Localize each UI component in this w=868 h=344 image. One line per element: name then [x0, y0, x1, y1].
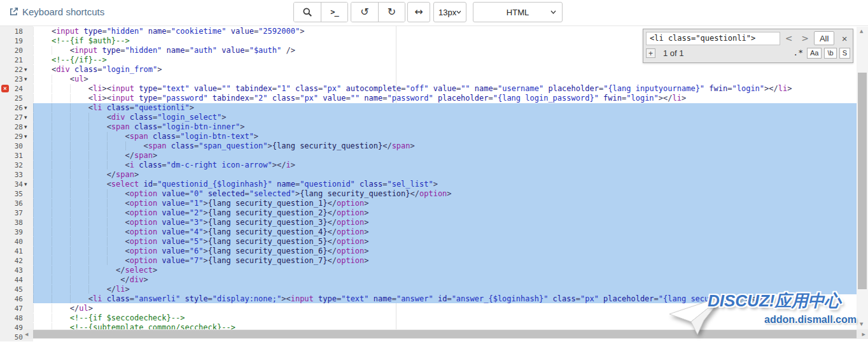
fold-arrow-icon[interactable]: ▾ — [24, 65, 27, 75]
gutter-cell[interactable]: 35 — [0, 189, 33, 199]
gutter-cell[interactable]: 29▾ — [0, 132, 33, 141]
code-line[interactable]: 27▾ <div class="login_select"> — [0, 113, 857, 122]
gutter-cell[interactable]: 48 — [0, 313, 33, 323]
gutter-cell[interactable]: 18 — [0, 27, 33, 36]
gutter-cell[interactable]: 44 — [0, 275, 33, 285]
toggle-replace-button[interactable]: + — [646, 48, 655, 58]
code-line[interactable]: 46 <li class="answerli" style="display:n… — [0, 294, 857, 304]
gutter-cell[interactable]: 46 — [0, 294, 33, 304]
gutter-cell[interactable]: 30 — [0, 141, 33, 151]
gutter-cell[interactable]: 20 — [0, 46, 33, 55]
code-line[interactable]: 22▾ <div class="login_from"> — [0, 65, 857, 75]
code-line[interactable]: 38 <option value="3">{lang security_ques… — [0, 218, 857, 227]
code-line[interactable]: 31 </span> — [0, 151, 857, 161]
search-input[interactable] — [646, 32, 780, 45]
scroll-right-icon[interactable]: ▶ — [862, 332, 865, 337]
gutter-cell[interactable]: 21 — [0, 55, 33, 65]
gutter-cell[interactable]: 26▾ — [0, 103, 33, 113]
error-icon[interactable]: × — [1, 85, 9, 92]
code-line[interactable]: 23▾ <ul> — [0, 75, 857, 84]
font-size-select[interactable]: 13px — [433, 2, 466, 22]
gutter-cell[interactable]: 41 — [0, 247, 33, 256]
horizontal-scrollbar[interactable]: ◀ ▶ — [23, 329, 868, 339]
code-line[interactable]: 45 </li> — [0, 285, 857, 294]
gutter-cell[interactable]: 31 — [0, 151, 33, 161]
find-previous-button[interactable]: < — [781, 33, 797, 43]
gutter-cell[interactable]: 27▾ — [0, 113, 33, 122]
case-sensitive-toggle-button[interactable]: Aa — [807, 48, 822, 59]
code-line[interactable]: 25 <li><input type="password" tabindex="… — [0, 94, 857, 103]
gutter-cell[interactable]: 38 — [0, 218, 33, 227]
gutter-cell[interactable]: 39 — [0, 227, 33, 237]
gutter-cell[interactable]: 23▾ — [0, 75, 33, 84]
fold-arrow-icon[interactable]: ▾ — [24, 132, 27, 141]
gutter-cell[interactable]: 24× — [0, 84, 33, 94]
find-all-button[interactable]: All — [814, 31, 834, 45]
code-line[interactable]: 29▾ <span class="login-btn-text"> — [0, 132, 857, 141]
gutter-cell[interactable]: 34▾ — [0, 180, 33, 189]
find-next-button[interactable]: > — [797, 33, 813, 43]
code-line[interactable]: 48 <!--{if $seccodecheck}--> — [0, 313, 857, 323]
fold-arrow-icon[interactable]: ▾ — [24, 180, 27, 189]
code-line[interactable]: 26▾ <li class="questionli"> — [0, 103, 857, 113]
fold-arrow-icon[interactable]: ▾ — [24, 113, 27, 122]
code-line[interactable]: 34▾ <select id="questionid_{$loginhash}"… — [0, 180, 857, 189]
gutter-cell[interactable]: 40 — [0, 237, 33, 247]
undo-button[interactable]: ↺ — [351, 3, 378, 22]
gutter-cell[interactable]: 28▾ — [0, 122, 33, 132]
search-in-selection-toggle-button[interactable]: S — [839, 48, 850, 59]
gutter-cell[interactable]: 19 — [0, 36, 33, 46]
line-number: 33 — [15, 170, 23, 180]
vertical-scrollbar-thumb[interactable] — [858, 73, 867, 289]
code-line[interactable]: 33 </span> — [0, 170, 857, 180]
code-line[interactable]: 24× <li><input type="text" value="" tabi… — [0, 84, 857, 94]
code-line[interactable]: 42 <option value="7">{lang security_ques… — [0, 256, 857, 266]
gutter-cell[interactable]: 37 — [0, 208, 33, 218]
whole-word-toggle-button[interactable]: \b — [824, 48, 836, 59]
keyboard-shortcuts-link[interactable]: Keyboard shortcuts — [9, 6, 104, 17]
code-line[interactable]: 41 <option value="6">{lang security_ques… — [0, 247, 857, 256]
code-line[interactable]: 36 <option value="1">{lang security_ques… — [0, 199, 857, 208]
horizontal-scrollbar-thumb[interactable] — [33, 330, 857, 338]
mode-select[interactable]: HTML — [473, 2, 563, 22]
gutter-cell[interactable]: 36 — [0, 199, 33, 208]
toggle-width-button[interactable]: ↔ — [407, 2, 430, 22]
gutter-cell[interactable]: 22▾ — [0, 65, 33, 75]
gutter-cell[interactable]: 45 — [0, 285, 33, 294]
fold-arrow-icon[interactable]: ▾ — [24, 103, 27, 113]
gutter-cell[interactable]: 42 — [0, 256, 33, 266]
regex-toggle-button[interactable]: .* — [792, 48, 804, 59]
gutter-cell[interactable]: 25 — [0, 94, 33, 103]
code-line[interactable]: 35 <option value="0" selected="selected"… — [0, 189, 857, 199]
terminal-button[interactable]: >_ — [321, 3, 347, 22]
scroll-up-icon[interactable]: ▲ — [860, 29, 863, 34]
code-line[interactable]: 37 <option value="2">{lang security_ques… — [0, 208, 857, 218]
code-editor[interactable]: 18 <input type="hidden" name="cookietime… — [0, 26, 868, 344]
fold-arrow-icon[interactable]: ▾ — [24, 122, 27, 132]
code-line[interactable]: 43 </select> — [0, 266, 857, 275]
scroll-left-icon[interactable]: ◀ — [25, 332, 28, 337]
gutter-cell[interactable]: 47 — [0, 304, 33, 313]
fold-arrow-icon[interactable]: ▾ — [24, 75, 27, 84]
code-line[interactable]: 28▾ <span class="login-btn-inner"> — [0, 122, 857, 132]
search-button[interactable] — [294, 3, 321, 22]
code-line[interactable]: 39 <option value="4">{lang security_ques… — [0, 227, 857, 237]
code-text: <span class="login-btn-text"> — [33, 132, 857, 141]
gutter-cell[interactable]: 32 — [0, 161, 33, 170]
code-line[interactable]: 44 </div> — [0, 275, 857, 285]
gutter-cell[interactable]: 43 — [0, 266, 33, 275]
gutter-cell[interactable]: 33 — [0, 170, 33, 180]
code-line[interactable]: 47 </ul> — [0, 304, 857, 313]
close-search-icon[interactable]: × — [839, 33, 850, 44]
code-text: <li class="answerli" style="display:none… — [33, 294, 857, 304]
code-line[interactable]: 40 <option value="5">{lang security_ques… — [0, 237, 857, 247]
code-text: </ul> — [33, 304, 857, 313]
line-number: 34 — [15, 180, 23, 189]
redo-button[interactable]: ↻ — [378, 3, 405, 22]
scroll-down-icon[interactable]: ▼ — [860, 322, 863, 327]
vertical-scrollbar[interactable]: ▲ ▼ — [857, 27, 868, 329]
code-line[interactable]: 32 <i class="dm-c-right icon-arrow"></i> — [0, 161, 857, 170]
code-line[interactable]: 30 <span class="span_question">{lang sec… — [0, 141, 857, 151]
code-lines: 18 <input type="hidden" name="cookietime… — [0, 27, 857, 342]
code-text: <option value="7">{lang security_questio… — [33, 256, 857, 266]
